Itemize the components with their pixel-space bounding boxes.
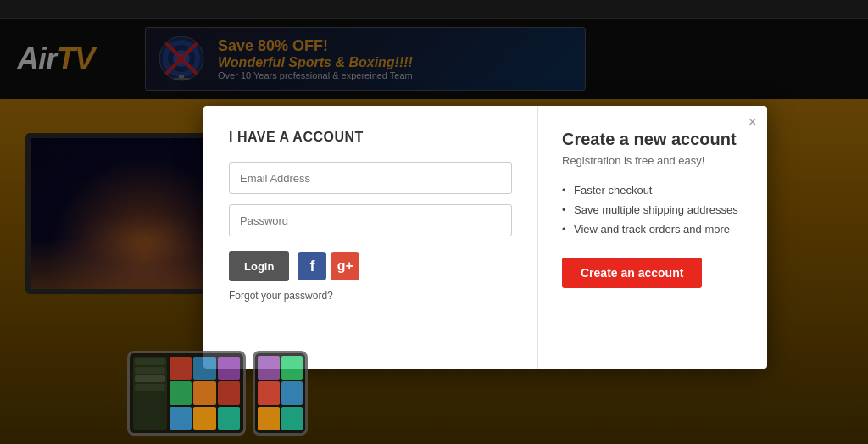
login-panel: I HAVE A ACCOUNT Login f g+ Forgot your … xyxy=(203,106,538,369)
facebook-login-button[interactable]: f xyxy=(298,252,326,280)
login-actions: Login f g+ xyxy=(229,251,512,281)
device-images xyxy=(127,351,308,436)
password-input[interactable] xyxy=(229,204,512,236)
social-login-icons: f g+ xyxy=(298,252,359,280)
tablet-device xyxy=(127,351,246,436)
google-login-button[interactable]: g+ xyxy=(331,252,359,280)
benefit-item-3: View and track orders and more xyxy=(562,219,743,239)
benefit-item-2: Save multiple shipping addresses xyxy=(562,200,743,219)
benefits-list: Faster checkout Save multiple shipping a… xyxy=(562,180,743,239)
forgot-password-link[interactable]: Forgot your password? xyxy=(229,290,512,302)
login-button[interactable]: Login xyxy=(229,251,289,281)
login-modal: × I HAVE A ACCOUNT Login f g+ Forgot you… xyxy=(203,106,767,369)
create-account-subtitle: Registration is free and easy! xyxy=(562,154,743,167)
modal-close-button[interactable]: × xyxy=(748,114,757,130)
benefit-item-1: Faster checkout xyxy=(562,180,743,200)
login-title: I HAVE A ACCOUNT xyxy=(229,130,512,145)
email-input[interactable] xyxy=(229,162,512,194)
create-account-title: Create a new account xyxy=(562,130,743,149)
create-account-panel: Create a new account Registration is fre… xyxy=(538,106,767,369)
create-account-button[interactable]: Create an account xyxy=(562,258,702,288)
phone-device xyxy=(253,351,308,436)
